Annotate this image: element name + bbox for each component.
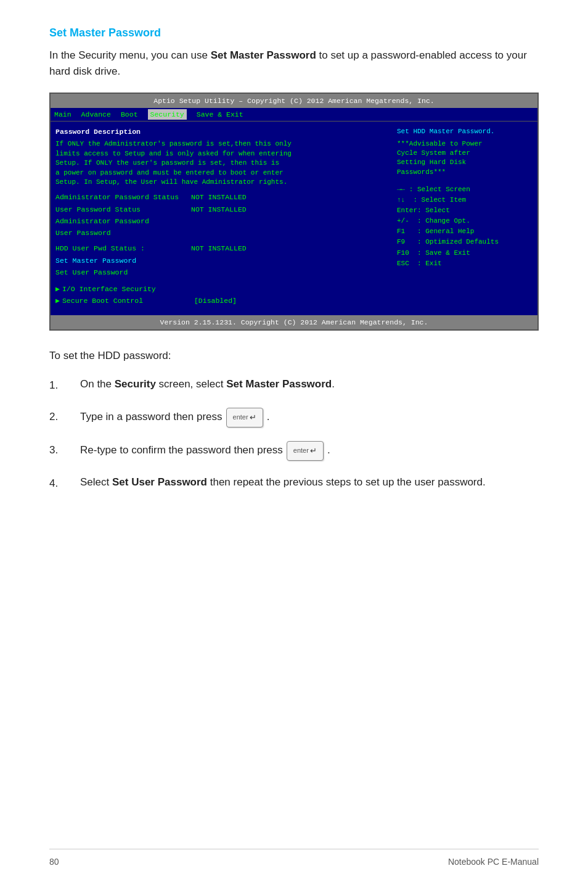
bios-menu-security: Security: [148, 109, 187, 120]
bios-menu-saveexit: Save & Exit: [197, 109, 243, 120]
intro-text-pre: In the Security menu, you can use: [49, 49, 211, 61]
bios-admin-pw-label: Administrator Password: [55, 216, 191, 226]
step-1: 1. On the Security screen, select Set Ma…: [49, 376, 539, 394]
step-4: 4. Select Set User Password then repeat …: [49, 474, 539, 492]
step-3-period: .: [327, 442, 330, 458]
bios-menubar: Main Advance Boot Security Save & Exit: [51, 108, 537, 122]
step-1-content: On the Security screen, select Set Maste…: [80, 376, 539, 392]
step-2-num: 2.: [49, 408, 80, 425]
step-3-num: 3.: [49, 441, 80, 458]
enter-key-2-label: enter: [293, 445, 309, 456]
bios-submenu-arrow-sb: ▶: [55, 295, 60, 306]
step-4-bold-sup: Set User Password: [112, 476, 207, 488]
page-title: Set Master Password: [49, 25, 539, 41]
bios-menu-main: Main: [54, 109, 71, 120]
bios-secure-boot-label: Secure Boot Control: [62, 295, 194, 306]
step-4-num: 4.: [49, 474, 80, 492]
enter-key-1-label: enter: [233, 412, 248, 423]
bios-admin-pw-row: Administrator Password: [55, 216, 390, 226]
bios-hdd-status-row: HDD User Pwd Status : NOT INSTALLED: [55, 243, 390, 254]
bios-hint-f9: F9 : Optimized Defaults: [397, 237, 533, 247]
bios-right-set-hdd: Set HDD Master Password.: [397, 126, 533, 137]
bios-hint-enter: Enter: Select: [397, 205, 533, 216]
bios-footer: Version 2.15.1231. Copyright (C) 2012 Am…: [51, 315, 537, 329]
steps-intro: To set the HDD password:: [49, 348, 539, 364]
step-1-bold-security: Security: [115, 378, 156, 390]
bios-set-user-row: Set User Password: [55, 267, 390, 278]
footer-page-num: 80: [49, 856, 59, 868]
bios-body: Password Description If ONLY the Adminis…: [51, 122, 537, 312]
bios-right-panel: Set HDD Master Password. ***Advisable to…: [397, 126, 533, 307]
footer-manual-title: Notebook PC E-Manual: [448, 856, 539, 868]
bios-right-top: Set HDD Master Password. ***Advisable to…: [397, 126, 533, 177]
bios-hint-f1: F1 : General Help: [397, 226, 533, 237]
step-1-bold-smp: Set Master Password: [226, 378, 332, 390]
step-2-period: .: [267, 409, 270, 425]
bios-header-bar: Aptio Setup Utility – Copyright (C) 2012…: [51, 94, 537, 108]
bios-admin-value: NOT INSTALLED: [191, 192, 247, 202]
enter-key-1-arrow: ↵: [250, 411, 256, 424]
step-3: 3. Re-type to confirm the password then …: [49, 441, 539, 461]
bios-menu-advance: Advance: [81, 109, 111, 120]
bios-io-label: I/O Interface Security: [62, 284, 156, 294]
step-2-text: Type in a password then press: [80, 409, 223, 425]
bios-admin-label: Administrator Password Status: [55, 192, 191, 202]
bios-hints: →← : Select Screen ↑↓ : Select Item Ente…: [397, 184, 533, 268]
bios-user-pw-row: User Password: [55, 228, 390, 238]
intro-paragraph: In the Security menu, you can use Set Ma…: [49, 47, 539, 80]
bios-set-user-label: Set User Password: [55, 267, 191, 278]
bios-hint-esc: ESC : Exit: [397, 258, 533, 269]
bios-user-value: NOT INSTALLED: [191, 204, 247, 215]
bios-secure-boot-row: ▶ Secure Boot Control [Disabled]: [55, 295, 390, 306]
bios-submenu-arrow-io: ▶: [55, 284, 60, 294]
bios-hdd-value: NOT INSTALLED: [191, 243, 247, 254]
bios-io-security-row: ▶ I/O Interface Security: [55, 284, 390, 294]
bios-hdd-label: HDD User Pwd Status :: [55, 243, 191, 254]
bios-description: If ONLY the Administrator's password is …: [55, 139, 390, 187]
bios-admin-status-row: Administrator Password Status NOT INSTAL…: [55, 192, 390, 202]
bios-user-pw-label: User Password: [55, 228, 191, 238]
step-3-content: Re-type to confirm the password then pre…: [80, 441, 539, 461]
steps-list: 1. On the Security screen, select Set Ma…: [49, 376, 539, 492]
bios-hint-change: +/- : Change Opt.: [397, 216, 533, 226]
step-3-text: Re-type to confirm the password then pre…: [80, 442, 283, 458]
bios-hint-f10: F10 : Save & Exit: [397, 248, 533, 258]
bios-screen: Aptio Setup Utility – Copyright (C) 2012…: [49, 93, 539, 331]
bios-secure-boot-value: [Disabled]: [194, 295, 237, 306]
intro-bold: Set Master Password: [211, 49, 316, 61]
bios-user-status-row: User Password Status NOT INSTALLED: [55, 204, 390, 215]
bios-set-master-label: Set Master Password: [55, 255, 191, 266]
bios-section-title: Password Description: [55, 126, 390, 137]
bios-hint-item: ↑↓ : Select Item: [397, 195, 533, 205]
bios-user-label: User Password Status: [55, 204, 191, 215]
enter-key-1: enter ↵: [226, 408, 263, 427]
bios-hint-screen: →← : Select Screen: [397, 184, 533, 195]
step-2-content: Type in a password then press enter ↵ .: [80, 408, 539, 427]
page-footer: 80 Notebook PC E-Manual: [49, 849, 539, 868]
bios-left-panel: Password Description If ONLY the Adminis…: [55, 126, 390, 307]
step-4-content: Select Set User Password then repeat the…: [80, 474, 539, 490]
bios-right-advisable: ***Advisable to Power Cycle System after…: [397, 139, 533, 178]
bios-menu-boot: Boot: [121, 109, 138, 120]
enter-key-2: enter ↵: [287, 441, 324, 461]
bios-set-master-row: Set Master Password: [55, 255, 390, 266]
step-1-num: 1.: [49, 376, 80, 394]
step-2: 2. Type in a password then press enter ↵…: [49, 408, 539, 427]
enter-key-2-arrow: ↵: [310, 445, 317, 457]
